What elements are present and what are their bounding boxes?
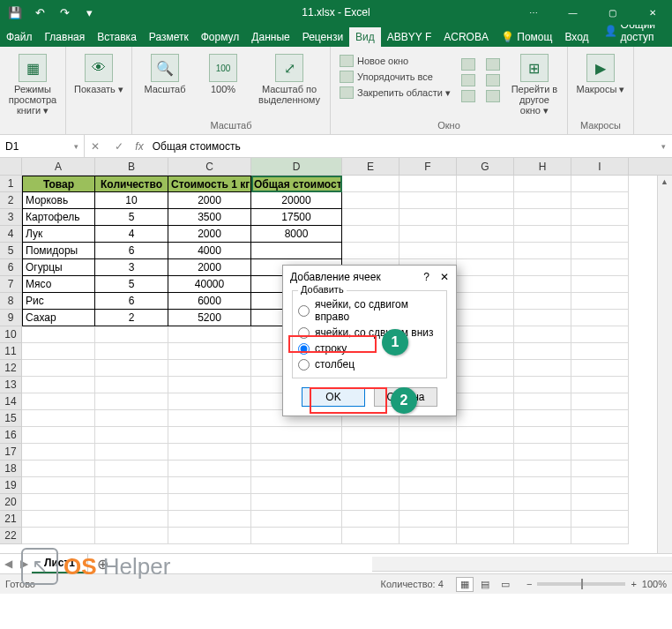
cell-I14[interactable] bbox=[571, 393, 629, 410]
col-header-A[interactable]: A bbox=[22, 158, 95, 175]
switch-windows-button[interactable]: ⊞Перейти в другое окно ▾ bbox=[507, 52, 562, 118]
cell-G13[interactable] bbox=[457, 377, 514, 393]
cell-C3[interactable]: 3500 bbox=[168, 209, 251, 226]
show-button[interactable]: 👁Показать ▾ bbox=[71, 52, 126, 97]
cell-H3[interactable] bbox=[514, 209, 571, 226]
cell-H12[interactable] bbox=[514, 360, 571, 377]
tab-view[interactable]: Вид bbox=[349, 27, 381, 47]
row-header-12[interactable]: 12 bbox=[0, 360, 22, 377]
cell-D17[interactable] bbox=[251, 444, 342, 461]
cell-G17[interactable] bbox=[457, 444, 514, 461]
cell-D16[interactable] bbox=[251, 427, 342, 444]
cell-F18[interactable] bbox=[399, 461, 457, 477]
row-header-21[interactable]: 21 bbox=[0, 511, 22, 528]
cell-E2[interactable] bbox=[342, 192, 399, 209]
cell-C18[interactable] bbox=[168, 461, 251, 477]
row-header-14[interactable]: 14 bbox=[0, 393, 22, 410]
cell-H6[interactable] bbox=[514, 259, 571, 276]
cell-C14[interactable] bbox=[168, 393, 251, 410]
cell-H7[interactable] bbox=[514, 276, 571, 293]
cell-H4[interactable] bbox=[514, 226, 571, 243]
cell-G22[interactable] bbox=[457, 528, 514, 544]
cell-H1[interactable] bbox=[514, 176, 571, 192]
cell-F3[interactable] bbox=[399, 209, 457, 226]
tab-acrobat[interactable]: ACROBA bbox=[437, 27, 495, 47]
cell-I22[interactable] bbox=[571, 528, 629, 544]
cell-C9[interactable]: 5200 bbox=[168, 310, 251, 326]
cell-I12[interactable] bbox=[571, 360, 629, 377]
cell-G14[interactable] bbox=[457, 393, 514, 410]
cell-H2[interactable] bbox=[514, 192, 571, 209]
cell-I15[interactable] bbox=[571, 410, 629, 427]
cell-A3[interactable]: Картофель bbox=[22, 209, 95, 226]
cell-G16[interactable] bbox=[457, 427, 514, 444]
row-header-2[interactable]: 2 bbox=[0, 192, 22, 209]
cell-B20[interactable] bbox=[95, 494, 168, 511]
view-side-icon[interactable] bbox=[486, 58, 500, 71]
arrange-all-button[interactable]: Упорядочить все bbox=[340, 70, 451, 84]
cell-H8[interactable] bbox=[514, 293, 571, 310]
cell-G8[interactable] bbox=[457, 293, 514, 310]
maximize-icon[interactable]: ▢ bbox=[593, 0, 632, 25]
horizontal-scrollbar[interactable] bbox=[372, 557, 672, 572]
cell-C12[interactable] bbox=[168, 360, 251, 377]
tab-tell-me[interactable]: 💡 Помощ bbox=[495, 27, 558, 47]
cell-G21[interactable] bbox=[457, 511, 514, 528]
zoom-percent[interactable]: 100% bbox=[642, 579, 667, 589]
cell-C10[interactable] bbox=[168, 326, 251, 343]
tab-formulas[interactable]: Формул bbox=[195, 27, 246, 47]
cell-I16[interactable] bbox=[571, 427, 629, 444]
sync-scroll-icon[interactable] bbox=[486, 74, 500, 86]
col-header-G[interactable]: G bbox=[457, 158, 514, 175]
cell-F1[interactable] bbox=[399, 176, 457, 192]
cell-C7[interactable]: 40000 bbox=[168, 276, 251, 293]
cell-C4[interactable]: 2000 bbox=[168, 226, 251, 243]
row-header-16[interactable]: 16 bbox=[0, 427, 22, 444]
cell-I10[interactable] bbox=[571, 326, 629, 343]
cell-C13[interactable] bbox=[168, 377, 251, 393]
cell-H14[interactable] bbox=[514, 393, 571, 410]
cell-H9[interactable] bbox=[514, 310, 571, 326]
cell-F4[interactable] bbox=[399, 226, 457, 243]
dialog-close-icon[interactable]: ✕ bbox=[440, 271, 449, 283]
cell-I7[interactable] bbox=[571, 276, 629, 293]
formula-input[interactable]: Общая стоимость bbox=[149, 140, 654, 153]
cell-I11[interactable] bbox=[571, 343, 629, 360]
row-header-7[interactable]: 7 bbox=[0, 276, 22, 293]
cell-D2[interactable]: 20000 bbox=[251, 192, 342, 209]
zoom-in-icon[interactable]: + bbox=[631, 579, 636, 589]
cell-D20[interactable] bbox=[251, 494, 342, 511]
cell-C22[interactable] bbox=[168, 528, 251, 544]
row-header-15[interactable]: 15 bbox=[0, 410, 22, 427]
cell-A19[interactable] bbox=[22, 477, 95, 494]
row-header-18[interactable]: 18 bbox=[0, 461, 22, 477]
cell-I3[interactable] bbox=[571, 209, 629, 226]
cell-G4[interactable] bbox=[457, 226, 514, 243]
view-normal-icon[interactable]: ▦ bbox=[456, 577, 474, 592]
cell-C17[interactable] bbox=[168, 444, 251, 461]
cell-H22[interactable] bbox=[514, 528, 571, 544]
radio-entire-column[interactable]: столбец bbox=[298, 356, 441, 372]
cell-G9[interactable] bbox=[457, 310, 514, 326]
cell-D22[interactable] bbox=[251, 528, 342, 544]
dialog-help-icon[interactable]: ? bbox=[423, 271, 429, 283]
row-header-17[interactable]: 17 bbox=[0, 444, 22, 461]
hide-icon[interactable] bbox=[461, 74, 475, 86]
cell-H15[interactable] bbox=[514, 410, 571, 427]
tab-layout[interactable]: Разметк bbox=[143, 27, 195, 47]
cell-E16[interactable] bbox=[342, 427, 399, 444]
row-header-20[interactable]: 20 bbox=[0, 494, 22, 511]
cell-B15[interactable] bbox=[95, 410, 168, 427]
cell-D19[interactable] bbox=[251, 477, 342, 494]
cell-B2[interactable]: 10 bbox=[95, 192, 168, 209]
reset-pos-icon[interactable] bbox=[486, 90, 500, 102]
cell-D4[interactable]: 8000 bbox=[251, 226, 342, 243]
cell-H19[interactable] bbox=[514, 477, 571, 494]
cell-B13[interactable] bbox=[95, 377, 168, 393]
cell-I8[interactable] bbox=[571, 293, 629, 310]
tab-abbyy[interactable]: ABBYY F bbox=[381, 27, 437, 47]
freeze-panes-button[interactable]: Закрепить области ▾ bbox=[340, 86, 451, 100]
row-header-22[interactable]: 22 bbox=[0, 528, 22, 544]
cell-A14[interactable] bbox=[22, 393, 95, 410]
cell-E20[interactable] bbox=[342, 494, 399, 511]
